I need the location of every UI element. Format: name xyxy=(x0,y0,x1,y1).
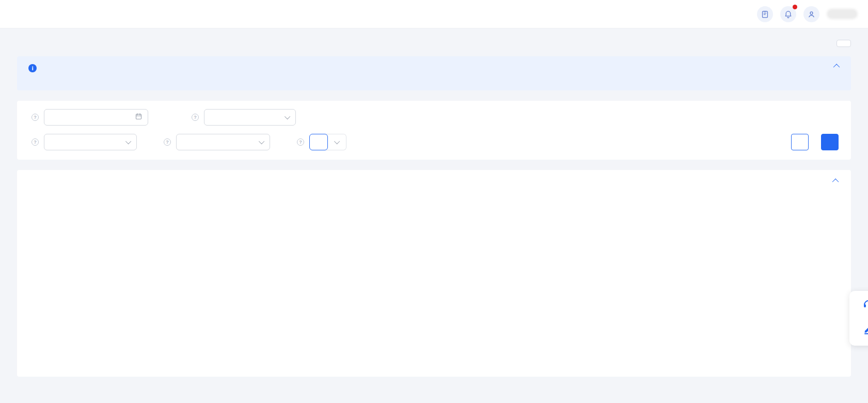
chevron-down-icon xyxy=(334,138,340,144)
line-chart[interactable] xyxy=(29,206,843,342)
notice-collapse-button[interactable] xyxy=(832,64,840,69)
component-type-label: ? xyxy=(190,114,199,121)
chevron-down-icon xyxy=(259,138,264,144)
chart-panel xyxy=(17,170,851,377)
feedback-button[interactable] xyxy=(862,322,868,337)
site-all-button[interactable] xyxy=(309,134,328,150)
help-question-icon[interactable]: ? xyxy=(164,138,171,146)
float-widget xyxy=(849,291,868,346)
reset-button[interactable] xyxy=(791,134,809,150)
site-filter-label: ? xyxy=(295,138,304,146)
filter-panel: ? ? xyxy=(17,101,851,160)
help-center-button[interactable] xyxy=(837,40,851,47)
filter-site: ? xyxy=(295,134,346,150)
calendar-icon xyxy=(135,113,143,122)
site-custom-button[interactable] xyxy=(326,134,346,150)
customer-service-button[interactable] xyxy=(862,298,868,313)
user-icon[interactable] xyxy=(803,6,819,22)
help-question-icon[interactable]: ? xyxy=(31,114,39,121)
traffic-channel-label: ? xyxy=(29,138,39,146)
component-type-select[interactable] xyxy=(204,109,296,126)
time-label: ? xyxy=(29,114,39,121)
page-type-label: ? xyxy=(162,138,171,146)
filter-page-type: ? xyxy=(162,134,270,150)
page-header xyxy=(17,28,851,56)
traffic-channel-select[interactable] xyxy=(44,134,137,150)
chart-collapse-button[interactable] xyxy=(831,179,839,183)
headset-icon xyxy=(862,298,868,311)
chevron-down-icon xyxy=(285,114,290,119)
notification-badge xyxy=(793,5,797,9)
pencil-icon xyxy=(862,322,868,335)
notice-box: i xyxy=(17,56,851,90)
topbar xyxy=(0,0,868,28)
filter-traffic-channel: ? xyxy=(29,134,137,150)
clipboard-icon[interactable] xyxy=(757,6,773,22)
help-question-icon[interactable]: ? xyxy=(192,114,199,121)
bell-icon[interactable] xyxy=(780,6,796,22)
filter-time: ? xyxy=(29,109,148,126)
username-redacted[interactable] xyxy=(827,9,858,19)
help-question-icon[interactable]: ? xyxy=(31,138,39,146)
chevron-up-icon xyxy=(832,179,839,185)
info-icon: i xyxy=(28,64,37,72)
date-range-input[interactable] xyxy=(44,109,148,126)
page-type-select[interactable] xyxy=(176,134,270,150)
chevron-down-icon xyxy=(125,138,131,144)
query-button[interactable] xyxy=(821,134,839,150)
filter-component-type: ? xyxy=(190,109,296,126)
help-question-icon[interactable]: ? xyxy=(297,138,304,146)
